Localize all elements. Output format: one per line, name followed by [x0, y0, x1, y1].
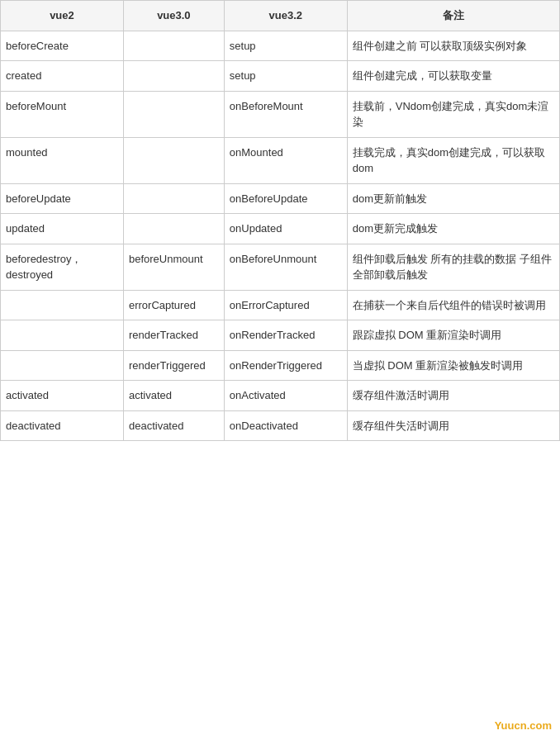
cell-note: 跟踪虚拟 DOM 重新渲染时调用 [347, 320, 559, 351]
cell-vue30 [123, 214, 224, 244]
cell-vue30: renderTracked [123, 320, 224, 351]
cell-vue2 [1, 350, 124, 381]
cell-note: dom更新前触发 [347, 183, 559, 214]
cell-vue2: activated [1, 381, 124, 411]
cell-vue32: onRenderTracked [224, 320, 347, 351]
cell-vue2 [1, 290, 124, 320]
cell-vue30 [123, 61, 224, 92]
cell-note: dom更新完成触发 [347, 214, 559, 244]
cell-note: 当虚拟 DOM 重新渲染被触发时调用 [347, 350, 559, 381]
table-row: mountedonMounted挂载完成，真实dom创建完成，可以获取dom [1, 137, 560, 183]
cell-vue2: beforeCreate [1, 31, 124, 61]
cell-note: 挂载前，VNdom创建完成，真实dom未渲染 [347, 91, 559, 137]
cell-vue32: onMounted [224, 137, 347, 183]
cell-vue32: onBeforeMount [224, 91, 347, 137]
cell-vue2: created [1, 61, 124, 92]
table-row: renderTrackedonRenderTracked跟踪虚拟 DOM 重新渲… [1, 320, 560, 351]
cell-vue2: deactivated [1, 410, 124, 441]
cell-note: 组件创建之前 可以获取顶级实例对象 [347, 31, 559, 61]
cell-vue32: onErrorCaptured [224, 290, 347, 320]
cell-vue30 [123, 91, 224, 137]
cell-note: 缓存组件失活时调用 [347, 410, 559, 441]
table-row: beforeUpdateonBeforeUpdatedom更新前触发 [1, 183, 560, 214]
lifecycle-table: vue2 vue3.0 vue3.2 备注 beforeCreatesetup组… [0, 0, 560, 441]
table-row: createdsetup组件创建完成，可以获取变量 [1, 61, 560, 92]
table-row: errorCapturedonErrorCaptured在捕获一个来自后代组件的… [1, 290, 560, 320]
cell-vue2: updated [1, 214, 124, 244]
cell-vue30 [123, 183, 224, 214]
cell-vue32: onActivated [224, 381, 347, 411]
cell-note: 组件卸载后触发 所有的挂载的数据 子组件全部卸载后触发 [347, 244, 559, 290]
cell-note: 挂载完成，真实dom创建完成，可以获取dom [347, 137, 559, 183]
cell-vue2: beforeUpdate [1, 183, 124, 214]
cell-vue2: mounted [1, 137, 124, 183]
table-header-row: vue2 vue3.0 vue3.2 备注 [1, 1, 560, 31]
col-header-note: 备注 [347, 1, 559, 31]
col-header-vue32: vue3.2 [224, 1, 347, 31]
col-header-vue2: vue2 [1, 1, 124, 31]
cell-vue32: onBeforeUnmount [224, 244, 347, 290]
cell-vue30: activated [123, 381, 224, 411]
cell-note: 缓存组件激活时调用 [347, 381, 559, 411]
table-row: beforeMountonBeforeMount挂载前，VNdom创建完成，真实… [1, 91, 560, 137]
table-row: activatedactivatedonActivated缓存组件激活时调用 [1, 381, 560, 411]
table-row: beforedestroy，destroyedbeforeUnmountonBe… [1, 244, 560, 290]
table-row: deactivateddeactivatedonDeactivated缓存组件失… [1, 410, 560, 441]
cell-vue30: renderTriggered [123, 350, 224, 381]
cell-vue2: beforedestroy，destroyed [1, 244, 124, 290]
table-container: vue2 vue3.0 vue3.2 备注 beforeCreatesetup组… [0, 0, 560, 441]
cell-vue30: beforeUnmount [123, 244, 224, 290]
cell-vue32: onDeactivated [224, 410, 347, 441]
cell-vue32: onBeforeUpdate [224, 183, 347, 214]
table-row: updatedonUpdateddom更新完成触发 [1, 214, 560, 244]
cell-vue30: errorCaptured [123, 290, 224, 320]
cell-vue30: deactivated [123, 410, 224, 441]
cell-note: 在捕获一个来自后代组件的错误时被调用 [347, 290, 559, 320]
cell-vue2: beforeMount [1, 91, 124, 137]
col-header-vue30: vue3.0 [123, 1, 224, 31]
cell-vue32: onUpdated [224, 214, 347, 244]
table-row: beforeCreatesetup组件创建之前 可以获取顶级实例对象 [1, 31, 560, 61]
cell-vue30 [123, 137, 224, 183]
cell-vue30 [123, 31, 224, 61]
cell-vue32: onRenderTriggered [224, 350, 347, 381]
cell-note: 组件创建完成，可以获取变量 [347, 61, 559, 92]
cell-vue32: setup [224, 31, 347, 61]
cell-vue32: setup [224, 61, 347, 92]
table-row: renderTriggeredonRenderTriggered当虚拟 DOM … [1, 350, 560, 381]
cell-vue2 [1, 320, 124, 351]
